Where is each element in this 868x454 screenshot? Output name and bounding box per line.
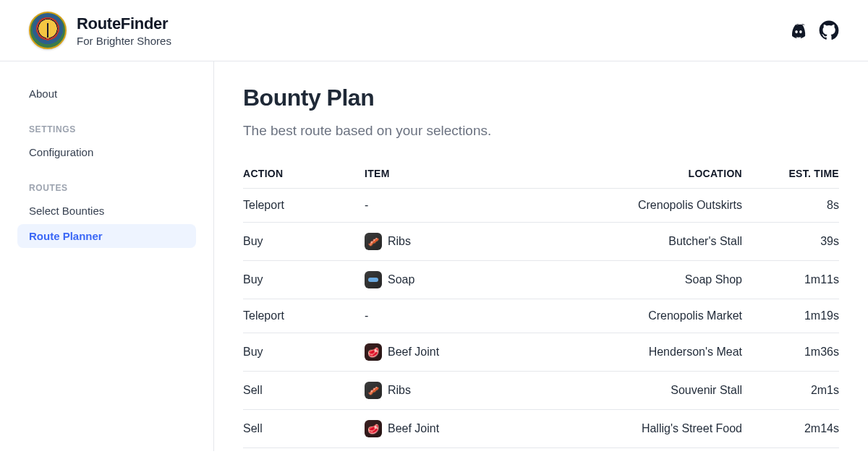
logo-icon (29, 12, 67, 49)
sidebar-item-label: Configuration (29, 146, 93, 158)
cell-item: Ribs (365, 223, 515, 261)
item-name: Ribs (388, 235, 411, 248)
cell-item: Beef Joint (365, 333, 515, 372)
ribs-icon (365, 233, 382, 250)
soap-icon (365, 271, 382, 288)
sidebar-heading-settings: SETTINGS (17, 107, 196, 140)
cell-item: Soap (365, 261, 515, 299)
github-icon[interactable] (819, 20, 839, 40)
col-header-location: LOCATION (515, 159, 760, 189)
cell-location: Butcher's Stall (515, 223, 760, 261)
cell-time: 8s (760, 189, 839, 223)
item-name: Soap (388, 273, 414, 286)
cell-action: Teleport (243, 189, 365, 223)
cell-item: Ribs (365, 372, 515, 410)
col-header-item: ITEM (365, 159, 515, 189)
cell-location: Crenopolis Market (515, 299, 760, 333)
col-header-time: EST. TIME (760, 159, 839, 189)
sidebar-item-route-planner[interactable]: Route Planner (17, 224, 196, 248)
sidebar-heading-routes: ROUTES (17, 166, 196, 199)
cell-location: Crenopolis Outskirts (515, 189, 760, 223)
main-content: Bounty Plan The best route based on your… (214, 61, 868, 451)
cell-location: Hallig's Street Food (515, 410, 760, 448)
page-title: Bounty Plan (243, 85, 839, 111)
sidebar-item-label: Select Bounties (29, 205, 104, 217)
page-subtitle: The best route based on your selections. (243, 123, 839, 139)
cell-item: Beef Joint (365, 410, 515, 448)
cell-action: Buy (243, 223, 365, 261)
item-name: Beef Joint (388, 422, 439, 435)
sidebar-item-configuration[interactable]: Configuration (17, 140, 196, 164)
item-name: Ribs (388, 384, 411, 397)
cell-location: Soap Shop (515, 261, 760, 299)
table-row: BuySoapSoap Shop1m11s (243, 261, 839, 299)
table-row: SellBeef JointHallig's Street Food2m14s (243, 410, 839, 448)
sidebar-item-label: Route Planner (29, 230, 103, 242)
cell-action: Buy (243, 261, 365, 299)
sidebar-item-about[interactable]: About (17, 82, 196, 106)
item-name: Beef Joint (388, 346, 439, 359)
sidebar-item-select-bounties[interactable]: Select Bounties (17, 199, 196, 223)
col-header-action: ACTION (243, 159, 365, 189)
app-subtitle: For Brighter Shores (77, 35, 171, 47)
header: RouteFinder For Brighter Shores (0, 0, 868, 61)
cell-action: Buy (243, 333, 365, 372)
cell-time: 1m19s (760, 299, 839, 333)
cell-item: - (365, 189, 515, 223)
cell-time: 2m1s (760, 372, 839, 410)
table-row: BuyRibsButcher's Stall39s (243, 223, 839, 261)
cell-time: 2m14s (760, 410, 839, 448)
discord-icon[interactable] (788, 20, 809, 40)
route-table: ACTION ITEM LOCATION EST. TIME Teleport-… (243, 159, 839, 448)
cell-action: Teleport (243, 299, 365, 333)
table-row: Teleport-Crenopolis Market1m19s (243, 299, 839, 333)
cell-time: 1m36s (760, 333, 839, 372)
cell-action: Sell (243, 410, 365, 448)
ribs-icon (365, 382, 382, 399)
sidebar: About SETTINGS Configuration ROUTES Sele… (0, 61, 214, 451)
table-row: BuyBeef JointHenderson's Meat1m36s (243, 333, 839, 372)
cell-action: Sell (243, 372, 365, 410)
cell-location: Souvenir Stall (515, 372, 760, 410)
table-row: SellRibsSouvenir Stall2m1s (243, 372, 839, 410)
cell-location: Henderson's Meat (515, 333, 760, 372)
beef-icon (365, 420, 382, 437)
app-title: RouteFinder (77, 14, 171, 33)
cell-time: 1m11s (760, 261, 839, 299)
cell-item: - (365, 299, 515, 333)
sidebar-item-label: About (29, 87, 57, 100)
brand: RouteFinder For Brighter Shores (29, 12, 171, 49)
beef-icon (365, 343, 382, 361)
cell-time: 39s (760, 223, 839, 261)
table-row: Teleport-Crenopolis Outskirts8s (243, 189, 839, 223)
